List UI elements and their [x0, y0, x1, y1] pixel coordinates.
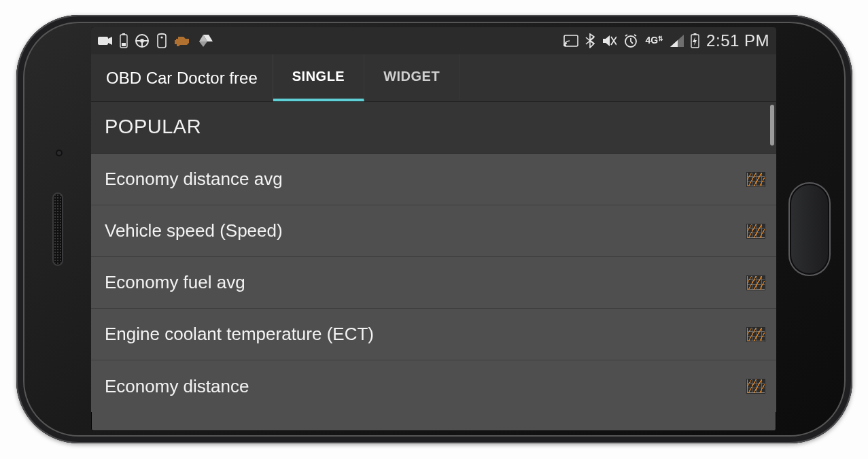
chart-icon[interactable]: [746, 275, 765, 290]
chart-icon[interactable]: [746, 379, 765, 394]
svg-rect-2: [122, 33, 125, 35]
screen: 4G⇅ 2:51 PM OBD Car Doctor free SINGLE W…: [91, 27, 776, 431]
list-item-label: Economy distance: [105, 376, 746, 397]
list-item[interactable]: Economy distance: [91, 360, 776, 412]
svg-rect-8: [564, 35, 578, 46]
list-item[interactable]: Economy fuel avg: [91, 257, 776, 309]
list-item-label: Engine coolant temperature (ECT): [105, 324, 746, 345]
engine-icon: [174, 35, 192, 47]
app-bar: OBD Car Doctor free SINGLE WIDGET: [91, 54, 776, 102]
drive-icon: [198, 34, 213, 48]
list-item-label: Vehicle speed (Speed): [105, 220, 746, 241]
chart-icon[interactable]: [746, 224, 765, 239]
steering-icon: [135, 33, 150, 48]
alarm-icon: [623, 33, 638, 48]
network-4g-icon: 4G⇅: [645, 36, 663, 46]
list-item[interactable]: Economy distance avg: [91, 154, 776, 205]
chart-icon[interactable]: [746, 327, 765, 342]
status-bar: 4G⇅ 2:51 PM: [91, 27, 776, 54]
status-clock: 2:51 PM: [706, 31, 769, 50]
list-item-label: Economy fuel avg: [105, 272, 746, 293]
svg-rect-3: [122, 43, 126, 46]
scrollbar-indicator[interactable]: [770, 105, 774, 146]
bluetooth-icon: [585, 33, 595, 48]
svg-point-7: [160, 36, 162, 38]
content-area: POPULAR Economy distance avg Vehicle spe…: [91, 102, 776, 431]
list-item-label: Economy distance avg: [105, 169, 746, 190]
home-button[interactable]: [788, 182, 831, 276]
remote-icon: [156, 33, 167, 49]
parameter-list: Economy distance avg Vehicle speed (Spee…: [91, 154, 776, 412]
app-title: OBD Car Doctor free: [91, 54, 273, 101]
svg-rect-0: [98, 37, 108, 45]
svg-rect-12: [694, 33, 697, 35]
cast-icon: [563, 35, 578, 47]
phone-frame: 4G⇅ 2:51 PM OBD Car Doctor free SINGLE W…: [16, 15, 852, 443]
phone-led: [57, 151, 61, 155]
svg-rect-6: [158, 34, 166, 48]
battery-saver-icon: [120, 33, 128, 48]
battery-charging-icon: [691, 33, 699, 48]
tab-widget[interactable]: WIDGET: [364, 54, 459, 101]
tab-single[interactable]: SINGLE: [273, 54, 364, 101]
section-header-popular: POPULAR: [91, 102, 776, 154]
camera-icon: [98, 35, 113, 46]
phone-speaker: [54, 194, 62, 265]
list-item[interactable]: Vehicle speed (Speed): [91, 205, 776, 257]
list-item[interactable]: Engine coolant temperature (ECT): [91, 309, 776, 360]
svg-point-9: [564, 44, 566, 46]
svg-point-5: [140, 39, 144, 43]
chart-icon[interactable]: [746, 172, 765, 187]
signal-icon: [670, 35, 684, 47]
mute-icon: [602, 34, 617, 48]
